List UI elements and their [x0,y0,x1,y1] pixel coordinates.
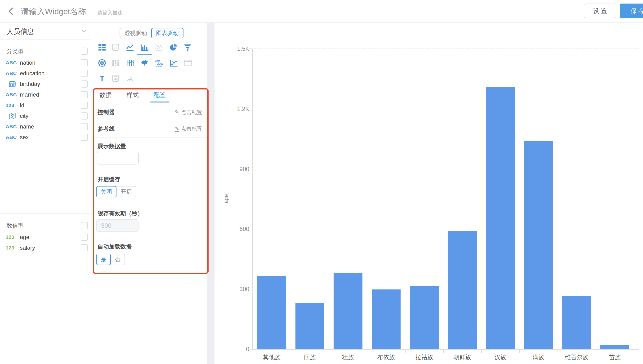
x-axis-label: 其他族 [253,353,291,361]
field-checkbox[interactable] [81,244,88,251]
field-name: married [20,91,39,98]
chart-bar-其他族[interactable] [257,276,286,349]
field-item-birthday[interactable]: birthday [0,78,92,89]
tab-配置[interactable]: 配置 [154,91,166,102]
x-axis-label: 回族 [291,353,329,361]
chart-bar-满族[interactable] [524,141,553,349]
chart-bar-苗族[interactable] [600,345,629,349]
field-checkbox[interactable] [81,59,88,66]
text-field-icon: ABC [6,70,20,76]
panel-tabs: 数据样式配置 [100,91,166,102]
chart-bar-汉族[interactable] [486,87,515,349]
panel-scrollbar[interactable] [207,23,214,364]
field-checkbox[interactable] [81,70,88,77]
configure-controller-link[interactable]: ✎ 点击配置 [175,109,202,116]
field-name: city [20,113,28,119]
kpi-card-chart-type-icon[interactable]: 8 [110,42,121,53]
field-checkbox[interactable] [81,123,88,130]
field-checkbox[interactable] [81,91,88,98]
dataset-header[interactable]: 人员信息 [0,23,92,40]
save-button[interactable]: 保 存 [620,4,643,18]
bar-chart-chart-type-icon[interactable] [139,42,150,53]
back-button[interactable] [6,6,16,16]
svg-text:agile Bi: agile Bi [156,65,162,67]
widget-description-input[interactable]: 请输入描述... [98,10,127,16]
x-axis-tick-mark [405,350,406,353]
card-chart-chart-type-icon[interactable] [110,73,121,84]
cache-toggle-option-0[interactable]: 关闭 [96,186,116,198]
field-checkbox[interactable] [81,134,88,141]
y-axis-tick-mark [249,289,252,289]
field-item-nation[interactable]: ABCnation [0,57,92,68]
chart-bar-布依族[interactable] [372,290,400,349]
field-item-age[interactable]: 123age [0,232,92,242]
field-section: 分类型ABCnationABCeducationbirthdayABCmarri… [0,40,92,142]
iframe-chart-type-icon[interactable] [182,57,194,69]
chart-bar-壮族[interactable] [334,273,362,349]
display-count-label: 展示数据量 [98,142,126,150]
field-checkbox[interactable] [81,234,88,241]
svg-text:T: T [100,74,104,83]
edit-icon: ✎ [175,110,179,115]
section-checkbox[interactable] [81,222,88,229]
display-count-input[interactable] [96,152,139,164]
divider [92,137,207,138]
settings-button[interactable]: 设 置 [584,4,616,18]
radar-chart-type-icon[interactable] [96,57,108,69]
field-name: education [20,70,44,77]
word-cloud-chart-type-icon[interactable]: wordcloudagile Bi [153,57,164,69]
parallel-chart-type-icon[interactable] [124,57,136,69]
field-item-salary[interactable]: 123salary [0,242,92,253]
cache-toggle-option-1[interactable]: 开启 [116,186,136,198]
table-chart-type-icon[interactable] [96,42,108,53]
chart-config-panel: 透视驱动图表驱动 8wordcloudagile BiT 数据样式配置 控制器 … [92,23,207,364]
mode-toggle-option-1[interactable]: 图表驱动 [151,28,184,38]
tab-数据[interactable]: 数据 [100,91,112,102]
x-axis-tick-mark [329,350,329,353]
widget-name-input[interactable]: 请输入Widget名称 [21,6,86,17]
divider [92,238,207,238]
cache-ttl-input[interactable]: 300 [96,219,138,232]
field-item-sex[interactable]: ABCsex [0,132,92,142]
line-chart-chart-type-icon[interactable] [124,42,136,53]
field-name: age [20,234,29,240]
widget-editor: 请输入Widget名称 请输入描述... 设 置 保 存 人员信息 分类型ABC… [0,0,643,364]
x-axis-label: 拉祜族 [405,353,444,361]
x-axis-tick-mark [520,350,520,353]
configure-reference-line-link[interactable]: ✎ 点击配置 [175,126,202,132]
field-checkbox[interactable] [81,102,88,109]
gridline [252,48,639,49]
chart-bar-回族[interactable] [296,303,324,349]
measure-field-icon: 123 [6,245,20,251]
mode-toggle-option-0[interactable]: 透视驱动 [120,28,152,38]
dataset-title: 人员信息 [7,27,34,36]
y-axis-tick-label: 600 [223,225,249,232]
auto-load-option-1[interactable]: 否 [110,254,125,265]
gauge-chart-type-icon[interactable] [124,73,136,84]
x-axis-tick-mark [291,350,291,353]
chart-bar-维吾尔族[interactable] [562,296,591,349]
gridline [252,169,639,169]
sankey-chart-type-icon[interactable] [110,57,121,69]
scatter-chart-type-icon[interactable] [153,42,164,53]
field-item-education[interactable]: ABCeducation [0,68,92,78]
combo-chart-type-icon[interactable] [168,57,179,69]
field-checkbox[interactable] [81,80,88,88]
field-checkbox[interactable] [81,112,88,120]
pie-chart-type-icon[interactable] [168,42,179,53]
chevron-down-icon[interactable] [81,28,87,34]
cache-toggle-label: 开启缓存 [98,176,120,183]
auto-load-option-0[interactable]: 是 [96,254,111,265]
section-checkbox[interactable] [81,48,88,55]
y-axis-tick-mark [249,109,252,109]
chart-bar-拉祜族[interactable] [410,286,439,349]
tab-样式[interactable]: 样式 [126,91,139,102]
field-item-city[interactable]: city [0,110,92,121]
china-map-chart-type-icon[interactable] [139,57,150,69]
field-item-id[interactable]: 123id [0,100,92,110]
field-item-name[interactable]: ABCname [0,121,92,132]
funnel-chart-type-icon[interactable] [182,42,194,53]
field-item-married[interactable]: ABCmarried [0,89,92,100]
chart-bar-朝鲜族[interactable] [448,231,477,349]
text-chart-type-icon[interactable]: T [96,73,108,84]
